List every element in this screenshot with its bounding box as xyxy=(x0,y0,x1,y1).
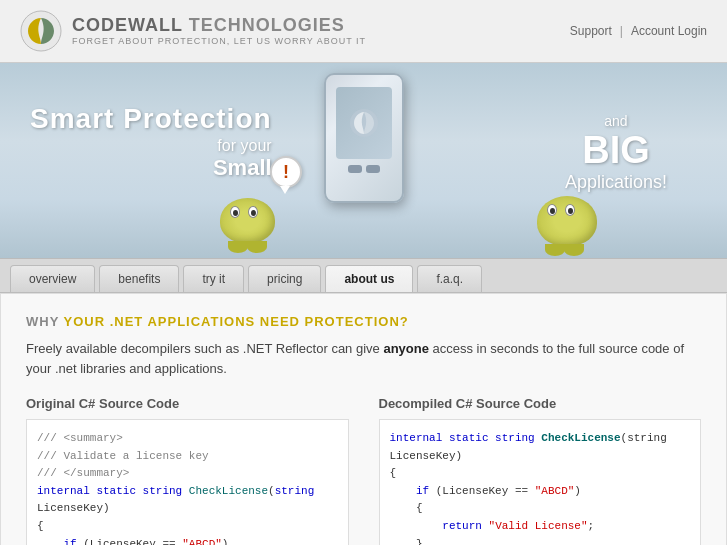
decompiled-code-area: internal static string CheckLicense(stri… xyxy=(379,419,702,545)
support-link[interactable]: Support xyxy=(570,24,612,38)
blob-foot-left xyxy=(228,241,248,253)
decompiled-line-3: if (LicenseKey == "ABCD") xyxy=(390,483,691,501)
code-comparison: Original C# Source Code /// <summary> //… xyxy=(26,396,701,545)
decompiled-code-title: Decompiled C# Source Code xyxy=(379,396,702,411)
logo-area: CODEWALL TECHNOLOGIES FORGET ABOUT PROTE… xyxy=(20,10,366,52)
logo-subtitle: FORGET ABOUT PROTECTION, LET US WORRY AB… xyxy=(72,36,366,46)
phone-buttons xyxy=(326,165,402,173)
code-line-2: /// Validate a license key xyxy=(37,448,338,466)
blob-body-right xyxy=(537,196,597,246)
tab-pricing[interactable]: pricing xyxy=(248,265,321,292)
phone-logo-icon xyxy=(349,108,379,138)
account-login-link[interactable]: Account Login xyxy=(631,24,707,38)
phone-body xyxy=(324,73,404,203)
nav-tabs: overview benefits try it pricing about u… xyxy=(0,258,727,293)
hero-and-text: and xyxy=(565,113,667,129)
tab-about-us[interactable]: about us xyxy=(325,265,413,292)
code-line-4: internal static string CheckLicense(stri… xyxy=(37,483,338,518)
hero-foryour-text: for your xyxy=(30,137,272,155)
section-title-normal: WHY xyxy=(26,314,63,329)
intro-bold: anyone xyxy=(383,341,429,356)
blob-eye-right-of-right-blob xyxy=(565,204,575,216)
tab-faq[interactable]: f.a.q. xyxy=(417,265,482,292)
original-code-title: Original C# Source Code xyxy=(26,396,349,411)
section-intro: Freely available decompilers such as .NE… xyxy=(26,339,701,378)
original-code-block: Original C# Source Code /// <summary> //… xyxy=(26,396,349,545)
header-divider: | xyxy=(620,24,623,38)
phone-device xyxy=(319,73,409,223)
logo-title: CODEWALL TECHNOLOGIES xyxy=(72,16,366,36)
section-title: WHY YOUR .NET APPLICATIONS NEED PROTECTI… xyxy=(26,314,701,329)
tab-overview[interactable]: overview xyxy=(10,265,95,292)
main-content: WHY YOUR .NET APPLICATIONS NEED PROTECTI… xyxy=(0,293,727,545)
decompiled-line-1: internal static string CheckLicense(stri… xyxy=(390,430,691,465)
decompiled-line-2: { xyxy=(390,465,691,483)
blob-body-left xyxy=(220,198,275,243)
phone-button-left xyxy=(348,165,362,173)
logo-name-part1: CODEWALL xyxy=(72,15,183,35)
blob-character-right xyxy=(537,196,597,246)
code-line-5: { xyxy=(37,518,338,536)
blob-foot-right-of-right-blob xyxy=(564,244,584,256)
logo-name-part2: TECHNOLOGIES xyxy=(183,15,345,35)
header-links: Support | Account Login xyxy=(570,24,707,38)
hero-applications-text: Applications! xyxy=(565,172,667,193)
section-title-highlight: YOUR .NET APPLICATIONS NEED PROTECTION? xyxy=(63,314,408,329)
speech-bubble: ! xyxy=(270,156,302,188)
tab-try-it[interactable]: try it xyxy=(183,265,244,292)
decompiled-code-block: Decompiled C# Source Code internal stati… xyxy=(379,396,702,545)
blob-eye-left-of-right-blob xyxy=(547,204,557,216)
hero-smart-text: Smart Protection xyxy=(30,103,272,135)
intro-before: Freely available decompilers such as .NE… xyxy=(26,341,383,356)
hero-banner: Smart Protection for your Small ! xyxy=(0,63,727,258)
code-line-1: /// <summary> xyxy=(37,430,338,448)
logo-icon xyxy=(20,10,62,52)
original-code-area: /// <summary> /// Validate a license key… xyxy=(26,419,349,545)
code-line-6: if (LicenseKey == "ABCD") xyxy=(37,536,338,545)
logo-text-area: CODEWALL TECHNOLOGIES FORGET ABOUT PROTE… xyxy=(72,16,366,46)
svg-point-0 xyxy=(21,11,61,51)
phone-button-right xyxy=(366,165,380,173)
header: CODEWALL TECHNOLOGIES FORGET ABOUT PROTE… xyxy=(0,0,727,63)
code-line-3: /// </summary> xyxy=(37,465,338,483)
phone-screen xyxy=(336,87,392,159)
decompiled-line-5: return "Valid License"; xyxy=(390,518,691,536)
blob-foot-left-of-right-blob xyxy=(545,244,565,256)
tab-benefits[interactable]: benefits xyxy=(99,265,179,292)
decompiled-line-6: } xyxy=(390,536,691,545)
hero-text: Smart Protection for your Small xyxy=(30,103,272,181)
hero-right-text: and BIG Applications! xyxy=(565,113,667,193)
blob-character-left xyxy=(220,198,275,243)
blob-eye-right-of-left-blob xyxy=(248,206,258,218)
blob-foot-right-of-left-blob xyxy=(247,241,267,253)
hero-big-text: BIG xyxy=(565,129,667,172)
hero-small-text: Small xyxy=(30,155,272,181)
decompiled-line-4: { xyxy=(390,500,691,518)
blob-eye-left xyxy=(230,206,240,218)
